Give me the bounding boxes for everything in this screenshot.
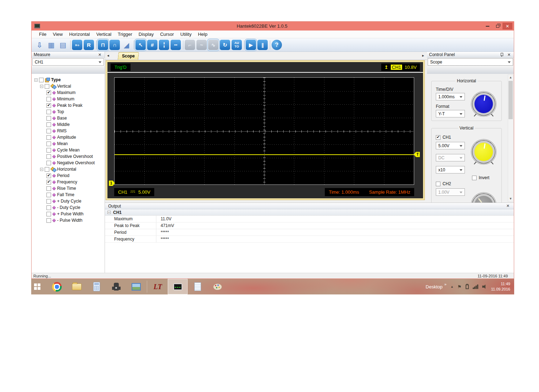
pin-icon[interactable] xyxy=(500,53,504,57)
play-icon[interactable]: ▶ xyxy=(246,40,256,50)
scroll-up-icon[interactable]: ▲ xyxy=(508,75,513,80)
trigger-level-marker[interactable]: T xyxy=(414,152,420,157)
ch1-probe-select[interactable]: x10 xyxy=(436,166,465,173)
ch1-knob[interactable] xyxy=(472,140,495,163)
tree-measure-item[interactable]: Mean xyxy=(34,140,103,147)
image-viewer-icon[interactable] xyxy=(126,279,146,294)
measure-checkbox[interactable] xyxy=(46,154,51,159)
menu-item[interactable]: Help xyxy=(195,31,211,38)
measure-checkbox[interactable] xyxy=(46,199,51,204)
webcam-tool-icon[interactable] xyxy=(106,279,126,294)
measure-checkbox[interactable] xyxy=(46,212,51,216)
tab-scroll-right-icon[interactable]: ▸ xyxy=(422,53,424,58)
desktop-chevron-icon[interactable]: » xyxy=(444,282,446,286)
tree-measure-item[interactable]: - Pulse Width xyxy=(34,217,103,223)
measure-checkbox[interactable] xyxy=(46,173,51,178)
tree-measure-item[interactable]: Top xyxy=(34,109,103,115)
notepad-icon[interactable] xyxy=(188,279,207,294)
ch1-enable[interactable]: CH1 xyxy=(436,135,498,140)
measure-checkbox[interactable] xyxy=(46,161,51,165)
vertical-checkbox[interactable] xyxy=(45,84,49,89)
autoset-icon[interactable]: AU TO xyxy=(232,40,242,50)
step-display-icon[interactable]: ⌐ xyxy=(185,40,195,50)
tree-node-vertical[interactable]: − Vertical xyxy=(34,83,103,89)
ch1-position-marker[interactable]: 1 xyxy=(109,181,115,186)
menu-item[interactable]: Display xyxy=(135,31,157,38)
tree-measure-item[interactable]: Minimum xyxy=(34,96,103,102)
scroll-down-icon[interactable]: ▼ xyxy=(508,196,513,201)
format-select[interactable]: Y-T xyxy=(436,110,465,117)
print-icon[interactable]: ▤ xyxy=(58,40,68,50)
ch2-knob[interactable] xyxy=(472,194,495,203)
tree-measure-item[interactable]: Peak to Peak xyxy=(34,102,103,109)
collapse-icon[interactable]: − xyxy=(34,78,38,82)
measure-checkbox[interactable] xyxy=(46,116,51,121)
menu-item[interactable]: Cursor xyxy=(157,31,177,38)
control-panel-scrollbar[interactable]: ▲ ▼ xyxy=(508,74,513,202)
tree-node-type[interactable]: − Type xyxy=(34,77,103,83)
speaker-icon[interactable] xyxy=(482,285,487,289)
reference-icon[interactable]: R xyxy=(84,40,94,50)
measure-checkbox[interactable] xyxy=(46,186,51,191)
tray-expand-icon[interactable]: ▲ xyxy=(450,285,454,288)
measure-checkbox[interactable] xyxy=(46,193,51,197)
measure-checkbox[interactable] xyxy=(46,90,51,95)
tab-scope[interactable]: Scope xyxy=(118,52,139,60)
start-button[interactable] xyxy=(31,279,47,294)
oscilloscope-app-icon[interactable] xyxy=(168,279,188,294)
tree-measure-item[interactable]: Fall Time xyxy=(34,192,103,198)
menu-item[interactable]: Vertical xyxy=(93,31,115,38)
tree-measure-item[interactable]: + Duty Cycle xyxy=(34,198,103,204)
measure-close-icon[interactable]: ✕ xyxy=(97,53,102,57)
measure-checkbox[interactable] xyxy=(46,103,51,108)
ltspice-icon[interactable]: LT xyxy=(148,279,168,294)
refresh-icon[interactable]: ↻ xyxy=(220,40,230,50)
open-icon[interactable]: ⇩ xyxy=(34,40,45,50)
ch2-enable[interactable]: CH2 xyxy=(436,181,498,186)
tree-measure-item[interactable]: Amplitude xyxy=(34,134,103,140)
tree-measure-item[interactable]: Negative Overshoot xyxy=(34,160,103,166)
measure-checkbox[interactable] xyxy=(46,218,51,223)
grid-icon[interactable]: # xyxy=(147,40,157,50)
ch2-checkbox[interactable] xyxy=(436,182,440,186)
paint-icon[interactable] xyxy=(207,279,227,294)
scope-grid[interactable]: 1 T xyxy=(114,77,414,185)
tree-measure-item[interactable]: Base xyxy=(34,115,103,121)
ch1-coupling-select[interactable]: DC xyxy=(436,154,465,161)
calculator-icon[interactable] xyxy=(87,279,106,294)
time-div-select[interactable]: 1.000ms xyxy=(436,93,465,100)
network-signal-icon[interactable] xyxy=(473,285,478,289)
measure-checkbox[interactable] xyxy=(46,148,51,153)
tree-measure-item[interactable]: - Duty Cycle xyxy=(34,204,103,211)
horizontal-checkbox[interactable] xyxy=(45,167,49,172)
tab-scroll-left-icon[interactable]: ◂ xyxy=(107,53,109,58)
ch1-checkbox[interactable] xyxy=(436,135,440,140)
control-mode-select[interactable]: Scope xyxy=(428,58,513,66)
action-center-icon[interactable]: ⚑ xyxy=(457,284,462,289)
help-icon[interactable]: ? xyxy=(272,40,282,50)
cursor-arrow-icon[interactable]: ↖ xyxy=(135,40,146,50)
tree-node-horizontal[interactable]: − Horizontal xyxy=(34,166,103,172)
tree-measure-item[interactable]: Period xyxy=(34,172,103,179)
tree-measure-item[interactable]: Frequency xyxy=(34,179,103,185)
horizontal-knob[interactable] xyxy=(472,93,495,115)
pulse-icon[interactable]: ⊓ xyxy=(98,40,108,50)
desktop-toolbar[interactable]: Desktop xyxy=(426,284,443,289)
scrollbar-thumb[interactable] xyxy=(509,81,513,119)
chrome-icon[interactable] xyxy=(47,279,67,294)
measure-checkbox[interactable] xyxy=(46,97,51,101)
measure-channel-select[interactable]: CH1 xyxy=(32,58,104,66)
ch2-volts-select[interactable]: 1.00V xyxy=(436,188,465,196)
menu-item[interactable]: Horizontal xyxy=(66,31,93,38)
measure-checkbox[interactable] xyxy=(46,142,51,146)
taskbar-clock[interactable]: 11:49 11.09.2016 xyxy=(491,281,510,292)
measure-checkbox[interactable] xyxy=(46,180,51,184)
measure-checkbox[interactable] xyxy=(46,122,51,127)
pulse-baseline-icon[interactable]: ∩ xyxy=(110,40,120,50)
collapse-icon[interactable]: − xyxy=(107,211,111,214)
tree-measure-item[interactable]: Maximum xyxy=(34,89,103,96)
measure-checkbox[interactable] xyxy=(46,129,51,133)
vertical-cursors-icon[interactable]: ╏ xyxy=(159,40,169,50)
measure-checkbox[interactable] xyxy=(46,205,51,210)
save-icon[interactable]: ▦ xyxy=(46,40,56,50)
